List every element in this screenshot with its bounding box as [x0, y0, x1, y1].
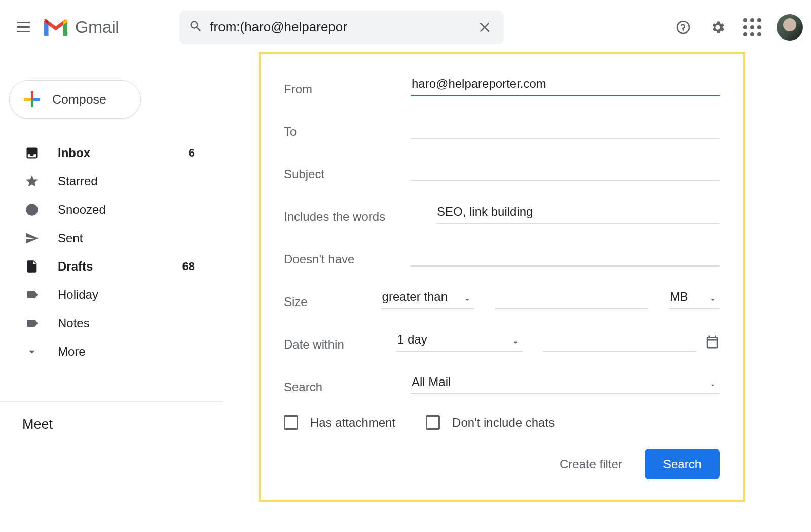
main-menu-button[interactable] [8, 12, 39, 43]
filter-row-doesnt-have: Doesn't have [284, 245, 720, 267]
apps-grid-icon [743, 18, 761, 36]
filter-row-from: From [284, 74, 720, 96]
calendar-icon [705, 334, 720, 350]
filter-label: Doesn't have [284, 252, 411, 267]
checkbox-label: Has attachment [310, 415, 395, 430]
clock-icon [23, 203, 41, 217]
compose-label: Compose [52, 92, 106, 107]
to-input[interactable] [411, 118, 720, 139]
header: Gmail [0, 0, 811, 55]
size-value-input[interactable] [495, 288, 648, 309]
sidebar-item-notes[interactable]: Notes [0, 309, 213, 337]
gmail-wordmark: Gmail [75, 17, 119, 37]
search-filter-panel: From To Subject Includes the words Doesn… [259, 52, 745, 502]
chevron-down-icon [709, 378, 717, 392]
inbox-icon [23, 146, 41, 160]
filter-row-search: Search All Mail [284, 373, 720, 394]
filter-label: From [284, 82, 411, 96]
from-input[interactable] [411, 74, 720, 96]
filter-label: Size [284, 295, 381, 309]
label-icon [23, 316, 41, 330]
filter-row-date: Date within 1 day [284, 330, 720, 352]
select-value: MB [670, 290, 688, 303]
filter-row-subject: Subject [284, 160, 720, 181]
nav-label: Inbox [58, 146, 189, 160]
date-input[interactable] [543, 330, 696, 352]
sidebar-item-starred[interactable]: Starred [0, 167, 213, 196]
doesnt-have-input[interactable] [411, 245, 720, 267]
sidebar-nav: Inbox 6 Starred Snoozed Sent Drafts 68 [0, 139, 223, 366]
sidebar-item-more[interactable]: More [0, 337, 213, 366]
search-button[interactable]: Search [645, 449, 720, 479]
filter-row-includes: Includes the words [284, 203, 720, 224]
size-operator-select[interactable]: greater than [381, 288, 475, 309]
sidebar-divider [0, 401, 223, 402]
filter-row-to: To [284, 118, 720, 139]
filter-checkboxes: Has attachment Don't include chats [284, 415, 720, 430]
calendar-button[interactable] [705, 334, 720, 352]
nav-label: Drafts [58, 259, 182, 274]
gmail-logo[interactable]: Gmail [42, 17, 119, 38]
support-button[interactable] [673, 17, 693, 37]
clear-search-button[interactable] [474, 17, 495, 37]
select-value: All Mail [412, 375, 451, 389]
search-in-select[interactable]: All Mail [411, 373, 720, 394]
plus-icon [24, 91, 40, 107]
checkbox-label: Don't include chats [452, 415, 555, 430]
nav-label: Holiday [58, 288, 195, 302]
nav-label: Snoozed [58, 203, 195, 217]
chevron-down-icon [709, 293, 717, 307]
checkbox-icon [284, 415, 298, 430]
filter-label: Search [284, 380, 411, 394]
nav-count: 6 [189, 146, 195, 160]
includes-input[interactable] [436, 203, 720, 224]
search-input[interactable] [210, 19, 467, 35]
date-range-select[interactable]: 1 day [396, 330, 523, 352]
gmail-m-icon [42, 17, 70, 38]
account-avatar[interactable] [777, 14, 803, 41]
nav-label: Sent [58, 231, 195, 245]
sidebar-item-snoozed[interactable]: Snoozed [0, 196, 213, 224]
chevron-down-icon [463, 293, 471, 307]
filter-row-size: Size greater than MB [284, 288, 720, 309]
filter-actions: Create filter Search [284, 449, 720, 479]
sidebar: Compose Inbox 6 Starred Snoozed Sent [0, 55, 223, 532]
label-icon [23, 288, 41, 302]
has-attachment-checkbox[interactable]: Has attachment [284, 415, 395, 430]
chevron-down-icon [23, 345, 41, 359]
gear-icon [710, 19, 726, 35]
filter-label: Date within [284, 337, 396, 352]
checkbox-icon [426, 415, 440, 430]
compose-button[interactable]: Compose [9, 80, 141, 119]
size-unit-select[interactable]: MB [669, 288, 720, 309]
nav-count: 68 [182, 260, 195, 273]
nav-label: Notes [58, 316, 195, 330]
create-filter-button[interactable]: Create filter [560, 457, 622, 471]
meet-section-label: Meet [0, 416, 223, 432]
hamburger-icon [17, 22, 30, 32]
file-icon [23, 259, 41, 274]
sidebar-item-drafts[interactable]: Drafts 68 [0, 252, 213, 281]
sidebar-item-sent[interactable]: Sent [0, 224, 213, 252]
star-icon [23, 174, 41, 188]
filter-label: To [284, 125, 411, 139]
sidebar-item-holiday[interactable]: Holiday [0, 281, 213, 309]
select-value: 1 day [397, 332, 427, 346]
nav-label: More [58, 345, 195, 359]
filter-label: Subject [284, 167, 411, 181]
search-bar[interactable] [179, 11, 504, 44]
header-actions [673, 14, 803, 41]
subject-input[interactable] [411, 160, 720, 181]
dont-include-chats-checkbox[interactable]: Don't include chats [426, 415, 555, 430]
sidebar-item-inbox[interactable]: Inbox 6 [0, 139, 213, 167]
main-area: Compose Inbox 6 Starred Snoozed Sent [0, 55, 811, 532]
chevron-down-icon [511, 335, 520, 350]
apps-button[interactable] [742, 17, 762, 37]
nav-label: Starred [58, 174, 195, 188]
send-icon [23, 231, 41, 245]
select-value: greater than [382, 290, 448, 303]
settings-button[interactable] [708, 17, 728, 37]
search-icon [189, 19, 203, 35]
help-icon [675, 19, 691, 35]
filter-label: Includes the words [284, 210, 436, 224]
